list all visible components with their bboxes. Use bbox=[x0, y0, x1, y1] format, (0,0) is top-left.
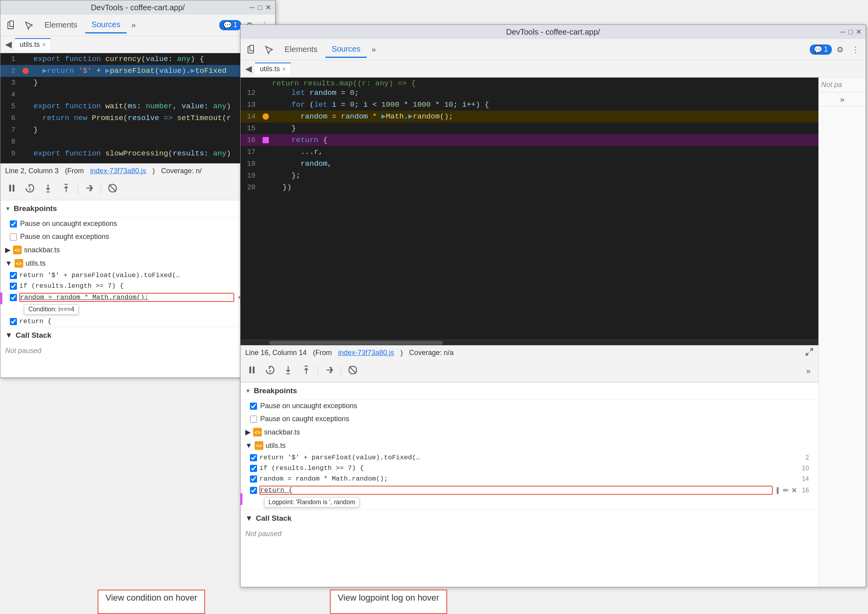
device-toggle-button-right[interactable] bbox=[244, 43, 259, 56]
close-icon-right[interactable]: ✕ bbox=[856, 28, 862, 36]
sources-tab-left[interactable]: Sources bbox=[85, 17, 126, 33]
deactivate-button-left[interactable] bbox=[106, 181, 119, 197]
settings-button-right[interactable]: ⚙ bbox=[833, 43, 847, 56]
elements-tab-right[interactable]: Elements bbox=[278, 42, 324, 57]
step-over-button-left[interactable] bbox=[23, 181, 37, 197]
minimize-icon[interactable]: ─ bbox=[250, 4, 255, 12]
coverage-left: Coverage: n/ bbox=[161, 167, 202, 175]
line-content-5: export function wait(ms: number, value: … bbox=[32, 100, 275, 112]
breakpoints-section-header-left[interactable]: ▼ Breakpoints bbox=[0, 200, 275, 217]
line-num-15-right: 15 bbox=[241, 122, 259, 134]
pause-uncaught-checkbox-right[interactable] bbox=[250, 403, 257, 410]
breakpoints-arrow-left: ▼ bbox=[5, 205, 11, 212]
file-utils-left[interactable]: ▼ <> utils.ts bbox=[0, 257, 275, 270]
more-debug-button-right[interactable]: » bbox=[803, 365, 814, 377]
more-options-button-right[interactable]: ⋮ bbox=[848, 43, 862, 56]
restore-icon[interactable]: □ bbox=[258, 4, 262, 12]
pause-caught-checkbox-right[interactable] bbox=[250, 416, 257, 423]
file-icon-snackbar-right: <> bbox=[253, 428, 262, 436]
pause-button-right[interactable] bbox=[245, 363, 259, 379]
file-tab-close-left[interactable]: × bbox=[42, 41, 46, 48]
delete-icon-4-right[interactable]: ✕ bbox=[791, 486, 797, 495]
bp-check-3-left[interactable] bbox=[10, 294, 17, 301]
code-line-18-right: 18 random, bbox=[241, 158, 818, 170]
bp-check-3-right[interactable] bbox=[250, 475, 257, 483]
side-more-button[interactable]: » bbox=[819, 92, 866, 107]
edit-icon-4-right[interactable]: ✏ bbox=[783, 486, 789, 495]
call-stack-header-right[interactable]: ▼ Call Stack bbox=[241, 510, 818, 527]
bp-check-4-left[interactable] bbox=[10, 318, 17, 325]
bottom-panel-right: ▼ Breakpoints Pause on uncaught exceptio… bbox=[241, 382, 818, 587]
bp-code-4-right: return { bbox=[259, 486, 773, 495]
message-badge-right[interactable]: 💬 1 bbox=[810, 44, 832, 55]
pause-uncaught-row-right: Pause on uncaught exceptions bbox=[241, 399, 818, 412]
restore-icon-right[interactable]: □ bbox=[848, 28, 853, 36]
bp-check-2-right[interactable] bbox=[250, 465, 257, 472]
window-titlebar-left: DevTools - coffee-cart.app/ ─ □ ✕ bbox=[0, 0, 275, 15]
call-stack-header-left[interactable]: ▼ Call Stack bbox=[0, 327, 275, 344]
bp-check-2-left[interactable] bbox=[10, 283, 17, 290]
source-link-left[interactable]: index-73f73a80.js bbox=[90, 167, 146, 175]
step-out-button-right[interactable] bbox=[300, 363, 313, 379]
continue-button-left[interactable] bbox=[83, 181, 96, 197]
callstack-arrow-right: ▼ bbox=[245, 514, 253, 523]
line-content-15-right: } bbox=[272, 122, 818, 134]
bp-item-4-left: return { 16 bbox=[0, 316, 275, 327]
bp-check-1-right[interactable] bbox=[250, 454, 257, 461]
bp-check-4-right[interactable] bbox=[250, 487, 257, 494]
bp-code-3-left: random = random * Math.random(); bbox=[19, 293, 234, 302]
device-toggle-button[interactable] bbox=[4, 19, 19, 31]
step-into-button-right[interactable] bbox=[281, 363, 295, 379]
breakpoint-indicator-2 bbox=[22, 68, 29, 74]
minimize-icon-right[interactable]: ─ bbox=[840, 28, 845, 36]
close-icon[interactable]: ✕ bbox=[265, 3, 271, 12]
callstack-arrow-left: ▼ bbox=[5, 331, 13, 340]
inspect-button[interactable] bbox=[21, 19, 37, 31]
breakpoints-section-header-right[interactable]: ▼ Breakpoints bbox=[241, 383, 818, 399]
pause-uncaught-checkbox-left[interactable] bbox=[10, 220, 17, 227]
line-content-16-right: return { bbox=[272, 134, 818, 146]
step-over-button-right[interactable] bbox=[263, 363, 277, 379]
file-arrow-utils-left: ▼ bbox=[5, 259, 12, 268]
sidebar-toggle-right[interactable]: ◀ bbox=[242, 62, 255, 76]
file-arrow-snackbar-right: ▶ bbox=[245, 428, 251, 436]
code-line-5: 5 export function wait(ms: number, value… bbox=[0, 100, 275, 112]
pause-button-left[interactable] bbox=[5, 181, 19, 197]
message-badge-left[interactable]: 💬 1 bbox=[219, 20, 241, 30]
line-num-4: 4 bbox=[0, 89, 19, 100]
step-into-button-left[interactable] bbox=[41, 181, 55, 197]
code-line-14-right: 14 random = random * ▶Math.▶random(); bbox=[241, 111, 818, 122]
file-tab-close-right[interactable]: × bbox=[282, 66, 286, 73]
file-name-utils-left: utils.ts bbox=[26, 259, 46, 268]
file-tab-utils-left[interactable]: utils.ts × bbox=[15, 38, 51, 50]
svg-line-12 bbox=[109, 185, 116, 191]
line-gutter-16-right bbox=[259, 134, 272, 146]
more-tabs-button-left[interactable]: » bbox=[128, 19, 139, 31]
inspect-button-right[interactable] bbox=[261, 43, 277, 56]
status-expand-btn[interactable] bbox=[805, 348, 814, 358]
step-out-button-left[interactable] bbox=[59, 181, 73, 197]
bp-item-4-right: return { ▌ Logpoint: 'Random is ', rando… bbox=[241, 484, 818, 496]
pause-caught-checkbox-left[interactable] bbox=[10, 233, 17, 240]
continue-button-right[interactable] bbox=[323, 363, 336, 379]
sources-tab-right[interactable]: Sources bbox=[325, 41, 366, 58]
file-utils-right[interactable]: ▼ <> utils.ts bbox=[241, 439, 818, 452]
pause-uncaught-label-left: Pause on uncaught exceptions bbox=[20, 220, 117, 228]
sidebar-toggle-left[interactable]: ◀ bbox=[2, 38, 15, 51]
h-scrollbar-thumb-right[interactable] bbox=[269, 341, 442, 345]
file-snackbar-left[interactable]: ▶ <> snackbar.ts bbox=[0, 243, 275, 257]
source-link-right[interactable]: index-73f73a80.js bbox=[338, 349, 394, 357]
more-tabs-button-right[interactable]: » bbox=[368, 43, 379, 55]
code-line-9: 9 export function slowProcessing(results… bbox=[0, 148, 275, 159]
file-tab-utils-right[interactable]: utils.ts × bbox=[255, 63, 291, 75]
bp-line-3-right: 14 bbox=[800, 475, 809, 483]
bp-item-1-right: return '$' + parseFloat(value).toFixed(…… bbox=[241, 452, 818, 463]
badge-count-left: 1 bbox=[233, 21, 237, 29]
coverage-right: Coverage: n/a bbox=[409, 349, 453, 357]
bp-check-1-left[interactable] bbox=[10, 272, 17, 279]
elements-tab-left[interactable]: Elements bbox=[38, 17, 83, 33]
status-bar-right: Line 16, Column 14 (From index-73f73a80.… bbox=[241, 345, 818, 360]
file-snackbar-right[interactable]: ▶ <> snackbar.ts bbox=[241, 425, 818, 439]
deactivate-button-right[interactable] bbox=[346, 363, 359, 379]
h-scrollbar-right[interactable] bbox=[241, 340, 818, 345]
